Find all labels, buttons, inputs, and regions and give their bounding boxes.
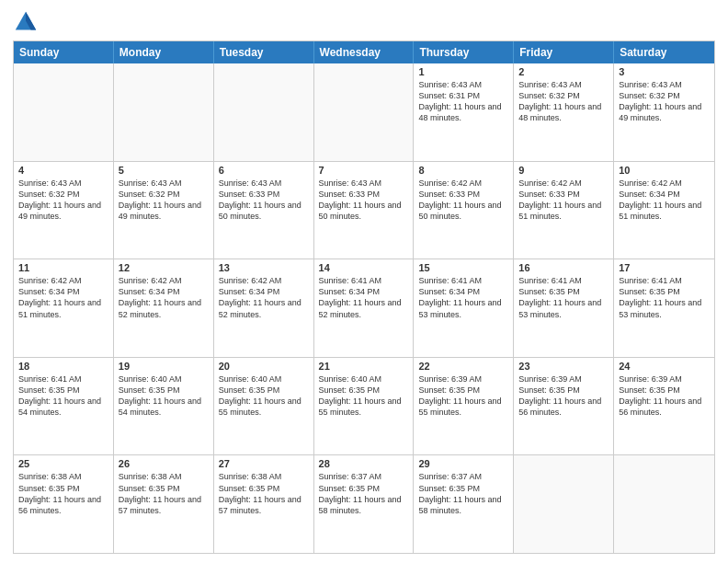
day-number: 16 <box>518 262 609 273</box>
calendar-cell <box>114 63 214 161</box>
day-info: Sunrise: 6:41 AM Sunset: 6:35 PM Dayligh… <box>619 275 710 320</box>
calendar-cell: 16Sunrise: 6:41 AM Sunset: 6:35 PM Dayli… <box>514 259 614 357</box>
calendar-cell: 19Sunrise: 6:40 AM Sunset: 6:35 PM Dayli… <box>114 358 214 455</box>
calendar-week-4: 18Sunrise: 6:41 AM Sunset: 6:35 PM Dayli… <box>14 358 714 456</box>
calendar-cell: 29Sunrise: 6:37 AM Sunset: 6:35 PM Dayli… <box>414 455 514 553</box>
day-info: Sunrise: 6:42 AM Sunset: 6:34 PM Dayligh… <box>219 275 309 320</box>
day-number: 22 <box>418 361 508 372</box>
header-day-monday: Monday <box>114 41 214 63</box>
day-number: 23 <box>518 361 609 372</box>
calendar-cell: 25Sunrise: 6:38 AM Sunset: 6:35 PM Dayli… <box>14 455 114 553</box>
calendar-cell: 27Sunrise: 6:38 AM Sunset: 6:35 PM Dayli… <box>214 455 314 553</box>
day-number: 26 <box>119 458 209 469</box>
day-info: Sunrise: 6:43 AM Sunset: 6:33 PM Dayligh… <box>219 178 309 223</box>
calendar-cell <box>614 455 714 553</box>
logo <box>13 9 42 35</box>
day-info: Sunrise: 6:41 AM Sunset: 6:34 PM Dayligh… <box>319 275 409 320</box>
calendar-cell: 18Sunrise: 6:41 AM Sunset: 6:35 PM Dayli… <box>14 358 114 455</box>
day-number: 21 <box>319 361 409 372</box>
day-number: 18 <box>18 361 108 372</box>
day-info: Sunrise: 6:42 AM Sunset: 6:34 PM Dayligh… <box>119 275 209 320</box>
calendar-cell: 13Sunrise: 6:42 AM Sunset: 6:34 PM Dayli… <box>214 259 314 357</box>
day-number: 10 <box>619 165 710 176</box>
calendar-cell: 1Sunrise: 6:43 AM Sunset: 6:31 PM Daylig… <box>414 63 514 161</box>
header-day-thursday: Thursday <box>414 41 514 63</box>
day-number: 6 <box>219 165 309 176</box>
calendar-cell: 8Sunrise: 6:42 AM Sunset: 6:33 PM Daylig… <box>414 162 514 259</box>
day-number: 15 <box>418 262 508 273</box>
calendar-cell: 12Sunrise: 6:42 AM Sunset: 6:34 PM Dayli… <box>114 259 214 357</box>
day-info: Sunrise: 6:43 AM Sunset: 6:32 PM Dayligh… <box>619 79 710 124</box>
day-number: 7 <box>319 165 409 176</box>
calendar-cell: 2Sunrise: 6:43 AM Sunset: 6:32 PM Daylig… <box>514 63 614 161</box>
day-number: 11 <box>18 262 108 273</box>
day-info: Sunrise: 6:40 AM Sunset: 6:35 PM Dayligh… <box>319 373 409 419</box>
calendar-week-3: 11Sunrise: 6:42 AM Sunset: 6:34 PM Dayli… <box>14 259 714 358</box>
day-number: 14 <box>319 262 409 273</box>
day-info: Sunrise: 6:39 AM Sunset: 6:35 PM Dayligh… <box>418 373 508 419</box>
day-number: 25 <box>18 458 108 469</box>
calendar-cell: 10Sunrise: 6:42 AM Sunset: 6:34 PM Dayli… <box>614 162 714 259</box>
day-info: Sunrise: 6:39 AM Sunset: 6:35 PM Dayligh… <box>619 373 710 419</box>
day-number: 8 <box>418 165 508 176</box>
calendar-cell: 23Sunrise: 6:39 AM Sunset: 6:35 PM Dayli… <box>514 358 614 455</box>
day-info: Sunrise: 6:37 AM Sunset: 6:35 PM Dayligh… <box>319 471 409 516</box>
calendar-cell: 17Sunrise: 6:41 AM Sunset: 6:35 PM Dayli… <box>614 259 714 357</box>
day-info: Sunrise: 6:39 AM Sunset: 6:35 PM Dayligh… <box>518 373 609 419</box>
calendar-week-2: 4Sunrise: 6:43 AM Sunset: 6:32 PM Daylig… <box>14 162 714 260</box>
calendar-cell: 4Sunrise: 6:43 AM Sunset: 6:32 PM Daylig… <box>14 162 114 259</box>
day-number: 1 <box>418 66 508 77</box>
logo-icon <box>13 9 39 35</box>
calendar-cell: 21Sunrise: 6:40 AM Sunset: 6:35 PM Dayli… <box>314 358 415 455</box>
header <box>13 9 715 35</box>
calendar-cell <box>514 455 614 553</box>
day-number: 20 <box>219 361 309 372</box>
calendar-cell: 20Sunrise: 6:40 AM Sunset: 6:35 PM Dayli… <box>214 358 314 455</box>
day-info: Sunrise: 6:43 AM Sunset: 6:32 PM Dayligh… <box>119 178 209 223</box>
calendar-cell: 6Sunrise: 6:43 AM Sunset: 6:33 PM Daylig… <box>214 162 314 259</box>
calendar-cell: 28Sunrise: 6:37 AM Sunset: 6:35 PM Dayli… <box>314 455 415 553</box>
day-info: Sunrise: 6:38 AM Sunset: 6:35 PM Dayligh… <box>119 471 209 516</box>
header-day-saturday: Saturday <box>614 41 714 63</box>
day-info: Sunrise: 6:42 AM Sunset: 6:34 PM Dayligh… <box>619 178 710 223</box>
calendar-cell: 14Sunrise: 6:41 AM Sunset: 6:34 PM Dayli… <box>314 259 415 357</box>
day-number: 5 <box>119 165 209 176</box>
day-info: Sunrise: 6:43 AM Sunset: 6:33 PM Dayligh… <box>319 178 409 223</box>
calendar-cell: 9Sunrise: 6:42 AM Sunset: 6:33 PM Daylig… <box>514 162 614 259</box>
day-number: 27 <box>219 458 309 469</box>
header-day-wednesday: Wednesday <box>314 41 415 63</box>
day-number: 29 <box>418 458 508 469</box>
day-number: 24 <box>619 361 710 372</box>
calendar-cell: 24Sunrise: 6:39 AM Sunset: 6:35 PM Dayli… <box>614 358 714 455</box>
day-info: Sunrise: 6:43 AM Sunset: 6:32 PM Dayligh… <box>518 79 609 124</box>
day-number: 19 <box>119 361 209 372</box>
day-number: 9 <box>518 165 609 176</box>
calendar-cell: 22Sunrise: 6:39 AM Sunset: 6:35 PM Dayli… <box>414 358 514 455</box>
calendar-week-5: 25Sunrise: 6:38 AM Sunset: 6:35 PM Dayli… <box>14 455 714 553</box>
day-info: Sunrise: 6:38 AM Sunset: 6:35 PM Dayligh… <box>219 471 309 516</box>
calendar-cell: 7Sunrise: 6:43 AM Sunset: 6:33 PM Daylig… <box>314 162 415 259</box>
day-info: Sunrise: 6:37 AM Sunset: 6:35 PM Dayligh… <box>418 471 508 516</box>
day-info: Sunrise: 6:41 AM Sunset: 6:35 PM Dayligh… <box>518 275 609 320</box>
day-number: 4 <box>18 165 108 176</box>
day-info: Sunrise: 6:40 AM Sunset: 6:35 PM Dayligh… <box>119 373 209 419</box>
calendar: SundayMondayTuesdayWednesdayThursdayFrid… <box>13 40 715 554</box>
header-day-sunday: Sunday <box>14 41 114 63</box>
page: SundayMondayTuesdayWednesdayThursdayFrid… <box>0 0 728 563</box>
day-info: Sunrise: 6:43 AM Sunset: 6:32 PM Dayligh… <box>18 178 108 223</box>
calendar-cell: 15Sunrise: 6:41 AM Sunset: 6:34 PM Dayli… <box>414 259 514 357</box>
day-number: 12 <box>119 262 209 273</box>
day-info: Sunrise: 6:41 AM Sunset: 6:34 PM Dayligh… <box>418 275 508 320</box>
calendar-body: 1Sunrise: 6:43 AM Sunset: 6:31 PM Daylig… <box>14 63 714 553</box>
calendar-cell <box>314 63 415 161</box>
header-day-tuesday: Tuesday <box>214 41 314 63</box>
calendar-cell <box>14 63 114 161</box>
day-info: Sunrise: 6:40 AM Sunset: 6:35 PM Dayligh… <box>219 373 309 419</box>
calendar-cell <box>214 63 314 161</box>
day-number: 2 <box>518 66 609 77</box>
header-day-friday: Friday <box>514 41 614 63</box>
day-number: 3 <box>619 66 710 77</box>
calendar-cell: 3Sunrise: 6:43 AM Sunset: 6:32 PM Daylig… <box>614 63 714 161</box>
day-info: Sunrise: 6:41 AM Sunset: 6:35 PM Dayligh… <box>18 373 108 419</box>
day-number: 13 <box>219 262 309 273</box>
